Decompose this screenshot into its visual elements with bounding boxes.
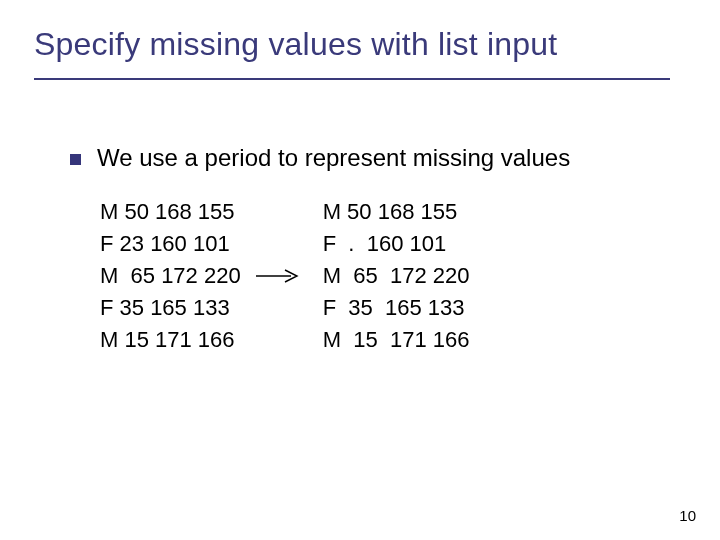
page-number: 10 [679,507,696,524]
slide-title: Specify missing values with list input [34,26,557,63]
data-area: M 50 168 155 F 23 160 101 M 65 172 220 F… [100,196,469,356]
bullet-row: We use a period to represent missing val… [70,144,570,172]
data-block-left: M 50 168 155 F 23 160 101 M 65 172 220 F… [100,196,241,355]
slide: Specify missing values with list input W… [0,0,720,540]
bullet-text: We use a period to represent missing val… [97,144,570,172]
data-block-right: M 50 168 155 F . 160 101 M 65 172 220 F … [323,196,470,355]
arrow-icon [255,196,299,356]
title-underline [34,78,670,80]
bullet-square-icon [70,154,81,165]
